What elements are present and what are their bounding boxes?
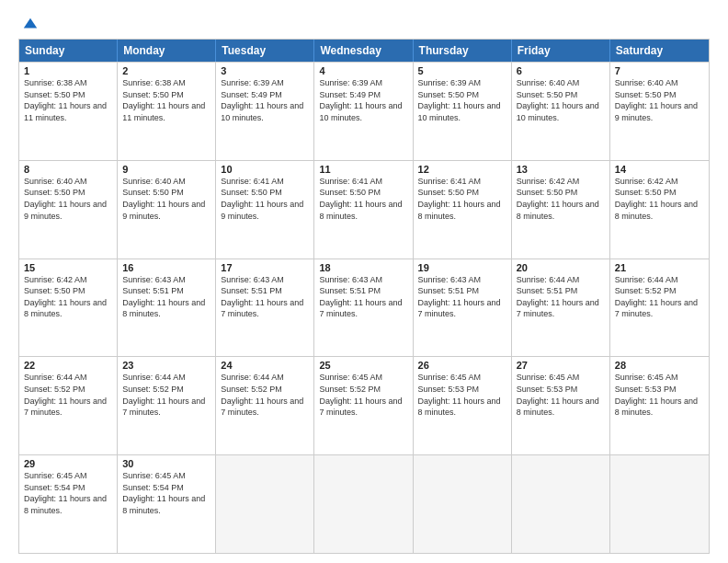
day-info: Daylight: 11 hours and 9 minutes. — [24, 199, 112, 222]
calendar-cell: 20Sunrise: 6:44 AMSunset: 5:51 PMDayligh… — [512, 259, 610, 357]
calendar-cell — [314, 455, 413, 553]
day-info: Sunset: 5:50 PM — [221, 187, 309, 199]
day-info: Sunrise: 6:39 AM — [418, 77, 506, 89]
calendar-cell: 21Sunrise: 6:44 AMSunset: 5:52 PMDayligh… — [610, 259, 709, 357]
day-info: Daylight: 11 hours and 8 minutes. — [418, 199, 506, 222]
day-number: 26 — [418, 360, 506, 371]
day-info: Daylight: 11 hours and 9 minutes. — [221, 199, 309, 222]
page: SundayMondayTuesdayWednesdayThursdayFrid… — [0, 0, 728, 563]
day-info: Sunrise: 6:43 AM — [418, 274, 506, 286]
day-info: Daylight: 11 hours and 7 minutes. — [122, 396, 210, 419]
day-info: Sunset: 5:49 PM — [221, 89, 309, 101]
day-info: Sunset: 5:50 PM — [517, 187, 605, 199]
day-info: Sunset: 5:51 PM — [221, 285, 309, 297]
day-info: Sunset: 5:50 PM — [24, 285, 112, 297]
day-number: 1 — [24, 65, 112, 76]
day-header: Wednesday — [314, 40, 413, 62]
day-info: Daylight: 11 hours and 10 minutes. — [221, 100, 309, 123]
day-info: Sunrise: 6:42 AM — [24, 274, 112, 286]
day-number: 12 — [418, 164, 506, 175]
calendar-cell — [512, 455, 610, 553]
logo — [18, 17, 39, 29]
day-info: Sunset: 5:50 PM — [122, 187, 210, 199]
calendar-row: 29Sunrise: 6:45 AMSunset: 5:54 PMDayligh… — [19, 454, 709, 553]
day-info: Sunset: 5:53 PM — [615, 384, 704, 396]
calendar-row: 22Sunrise: 6:44 AMSunset: 5:52 PMDayligh… — [19, 356, 709, 454]
day-header: Monday — [118, 40, 216, 62]
day-number: 11 — [319, 164, 407, 175]
day-info: Daylight: 11 hours and 8 minutes. — [24, 493, 112, 516]
day-info: Sunset: 5:50 PM — [122, 89, 210, 101]
day-info: Daylight: 11 hours and 8 minutes. — [615, 396, 704, 419]
day-number: 24 — [221, 360, 309, 371]
svg-marker-0 — [24, 18, 37, 29]
calendar-cell: 13Sunrise: 6:42 AMSunset: 5:50 PMDayligh… — [512, 161, 610, 259]
calendar-cell: 8Sunrise: 6:40 AMSunset: 5:50 PMDaylight… — [19, 161, 118, 259]
day-info: Daylight: 11 hours and 7 minutes. — [221, 396, 309, 419]
day-info: Daylight: 11 hours and 8 minutes. — [517, 396, 605, 419]
calendar-cell: 19Sunrise: 6:43 AMSunset: 5:51 PMDayligh… — [414, 259, 512, 357]
day-info: Daylight: 11 hours and 8 minutes. — [319, 199, 407, 222]
calendar-cell: 15Sunrise: 6:42 AMSunset: 5:50 PMDayligh… — [19, 259, 118, 357]
day-info: Sunset: 5:53 PM — [418, 384, 506, 396]
calendar-cell: 14Sunrise: 6:42 AMSunset: 5:50 PMDayligh… — [610, 161, 709, 259]
day-info: Sunrise: 6:39 AM — [221, 77, 309, 89]
day-info: Sunrise: 6:43 AM — [122, 274, 210, 286]
calendar-row: 15Sunrise: 6:42 AMSunset: 5:50 PMDayligh… — [19, 259, 709, 357]
day-info: Sunrise: 6:38 AM — [122, 77, 210, 89]
calendar-cell: 4Sunrise: 6:39 AMSunset: 5:49 PMDaylight… — [314, 63, 413, 160]
day-info: Sunrise: 6:41 AM — [221, 176, 309, 188]
day-info: Daylight: 11 hours and 8 minutes. — [122, 297, 210, 320]
day-number: 19 — [418, 262, 506, 273]
calendar-cell: 27Sunrise: 6:45 AMSunset: 5:53 PMDayligh… — [512, 357, 610, 454]
calendar-row: 8Sunrise: 6:40 AMSunset: 5:50 PMDaylight… — [19, 160, 709, 259]
day-number: 2 — [122, 65, 210, 76]
day-header: Friday — [512, 40, 610, 62]
day-number: 3 — [221, 65, 309, 76]
day-number: 27 — [517, 360, 605, 371]
header — [18, 17, 710, 29]
calendar-row: 1Sunrise: 6:38 AMSunset: 5:50 PMDaylight… — [19, 62, 709, 160]
day-number: 29 — [24, 458, 112, 469]
calendar-cell: 30Sunrise: 6:45 AMSunset: 5:54 PMDayligh… — [118, 455, 216, 553]
day-info: Sunrise: 6:44 AM — [517, 274, 605, 286]
day-number: 18 — [319, 262, 407, 273]
day-info: Sunrise: 6:42 AM — [517, 176, 605, 188]
day-number: 28 — [615, 360, 704, 371]
day-info: Sunset: 5:51 PM — [418, 285, 506, 297]
day-number: 9 — [122, 164, 210, 175]
day-header: Sunday — [19, 40, 118, 62]
day-number: 8 — [24, 164, 112, 175]
day-info: Sunrise: 6:44 AM — [24, 372, 112, 384]
day-number: 22 — [24, 360, 112, 371]
day-info: Sunset: 5:50 PM — [24, 89, 112, 101]
calendar-cell: 11Sunrise: 6:41 AMSunset: 5:50 PMDayligh… — [314, 161, 413, 259]
day-info: Sunrise: 6:40 AM — [517, 77, 605, 89]
day-info: Sunrise: 6:45 AM — [122, 470, 210, 482]
day-info: Sunrise: 6:41 AM — [319, 176, 407, 188]
logo-icon — [22, 17, 39, 33]
calendar-cell: 17Sunrise: 6:43 AMSunset: 5:51 PMDayligh… — [216, 259, 314, 357]
day-info: Daylight: 11 hours and 7 minutes. — [517, 297, 605, 320]
calendar-cell: 6Sunrise: 6:40 AMSunset: 5:50 PMDaylight… — [512, 63, 610, 160]
calendar-cell — [216, 455, 314, 553]
day-number: 25 — [319, 360, 407, 371]
calendar-cell — [610, 455, 709, 553]
day-info: Daylight: 11 hours and 8 minutes. — [122, 493, 210, 516]
day-info: Sunset: 5:54 PM — [24, 482, 112, 494]
day-info: Daylight: 11 hours and 7 minutes. — [319, 297, 407, 320]
calendar-cell: 23Sunrise: 6:44 AMSunset: 5:52 PMDayligh… — [118, 357, 216, 454]
day-info: Sunrise: 6:45 AM — [24, 470, 112, 482]
day-info: Daylight: 11 hours and 7 minutes. — [24, 396, 112, 419]
day-info: Sunset: 5:51 PM — [319, 285, 407, 297]
day-number: 30 — [122, 458, 210, 469]
day-info: Sunset: 5:54 PM — [122, 482, 210, 494]
calendar-cell: 9Sunrise: 6:40 AMSunset: 5:50 PMDaylight… — [118, 161, 216, 259]
day-info: Sunset: 5:50 PM — [418, 187, 506, 199]
day-info: Sunrise: 6:44 AM — [221, 372, 309, 384]
calendar-header: SundayMondayTuesdayWednesdayThursdayFrid… — [19, 40, 709, 62]
calendar-cell: 18Sunrise: 6:43 AMSunset: 5:51 PMDayligh… — [314, 259, 413, 357]
day-info: Daylight: 11 hours and 8 minutes. — [615, 199, 704, 222]
day-info: Sunrise: 6:40 AM — [122, 176, 210, 188]
day-info: Daylight: 11 hours and 9 minutes. — [615, 100, 704, 123]
